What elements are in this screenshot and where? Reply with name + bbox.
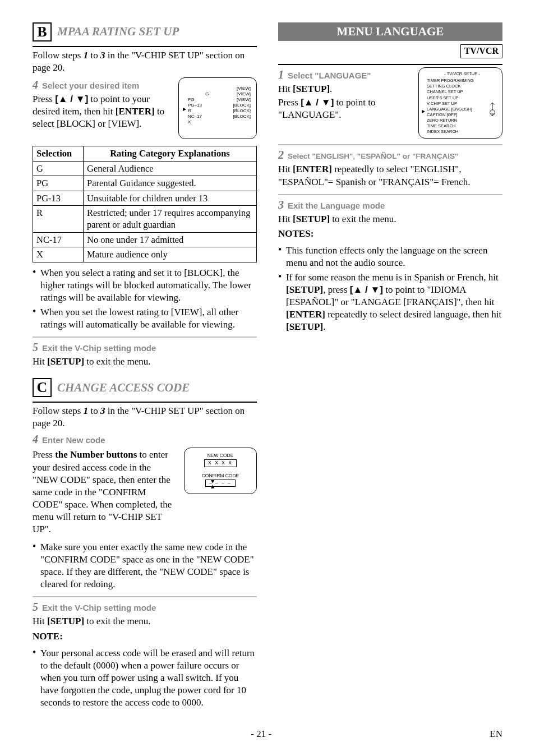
confirm-code-label: CONFIRM CODE — [190, 473, 251, 479]
text: Hit — [33, 616, 47, 626]
table-row: NC-17No one under 17 admitted — [33, 232, 257, 247]
step-5-label: 5 Exit the V-Chip setting mode — [33, 340, 257, 354]
step-number: 2 — [278, 147, 284, 162]
divider — [33, 46, 257, 47]
cell: PG — [33, 176, 84, 191]
osd-code-content: NEW CODE X X X X CONFIRM CODE ▾ – – – – … — [185, 448, 256, 493]
cell: No one under 17 admitted — [84, 232, 257, 247]
osd-menu-item: CHANNEL SET UP — [427, 89, 497, 95]
section-b-title: MPAA RATING SET UP — [57, 24, 179, 39]
osd-menu-item: SETTING CLOCK — [427, 84, 497, 89]
divider — [278, 144, 502, 145]
section-c-intro: Follow steps 1 to 3 in the "V-CHIP SET U… — [33, 405, 257, 430]
right-column: MENU LANGUAGE TV/VCR 1 Select "LANGUAGE"… — [278, 22, 502, 711]
cell: Parental Guidance suggested. — [84, 176, 257, 191]
new-code-label: NEW CODE — [190, 453, 251, 459]
setup-key: [SETUP] — [293, 214, 330, 224]
osd-menu-item: TIMER PROGRAMMING — [427, 78, 497, 84]
text: Press — [33, 94, 55, 104]
text: Follow steps — [33, 50, 84, 61]
osd-rating-box: ▶G PG PG–13 R NC–17 X [VIEW] [VIEW] [VIE… — [178, 77, 257, 139]
osd-rating-content: ▶G PG PG–13 R NC–17 X [VIEW] [VIEW] [VIE… — [179, 78, 256, 139]
text: to — [88, 50, 100, 61]
list-item: When you set the lowest rating to [VIEW]… — [33, 306, 257, 331]
divider — [33, 336, 257, 338]
notes-heading: NOTES: — [278, 228, 502, 240]
setup-key: [SETUP] — [47, 616, 84, 626]
step-caption: Select "ENGLISH", "ESPAÑOL" or "FRANÇAIS… — [288, 151, 458, 162]
col-explanation: Rating Category Explanations — [84, 146, 257, 161]
r-step-1-body-b: Press [▲ / ▼] to point to "LANGUAGE". — [278, 96, 411, 121]
bullet-list: Make sure you enter exactly the same new… — [33, 541, 257, 591]
divider — [278, 194, 502, 195]
tvvcr-badge: TV/VCR — [460, 44, 502, 58]
text: to exit the menu. — [84, 616, 151, 626]
osd-text: G PG PG–13 R NC–17 X — [188, 91, 209, 125]
table-header-row: Selection Rating Category Explanations — [33, 146, 257, 161]
text: to exit the menu. — [330, 214, 396, 224]
cell: G — [33, 161, 84, 176]
step-caption: Select your desired item — [42, 80, 139, 91]
step-4-row: 4 Select your desired item Press [▲ / ▼]… — [33, 77, 257, 139]
col-selection: Selection — [33, 146, 84, 161]
text: repeatedly to select desired language, t… — [325, 309, 501, 320]
page: B MPAA RATING SET UP Follow steps 1 to 3… — [33, 22, 502, 740]
osd-rating-left: ▶G PG PG–13 R NC–17 X — [188, 86, 209, 131]
osd-menu-title: - TV/VCR SETUP - — [427, 71, 497, 77]
cell: NC-17 — [33, 232, 84, 247]
r-step-1-row: 1 Select "LANGUAGE" Hit [SETUP]. Press [… — [278, 67, 502, 139]
bullet-list: When you select a rating and set it to [… — [33, 267, 257, 331]
cursor-icon: ▴ — [211, 482, 216, 490]
c-step-4-body: Press the Number buttons to enter your d… — [33, 449, 176, 536]
text: . — [323, 321, 325, 332]
step-caption: Select "LANGUAGE" — [288, 70, 371, 81]
osd-menu-item: INDEX SEARCH — [427, 129, 497, 135]
arrow-keys: [▲ / ▼] — [350, 284, 383, 295]
confirm-code-value: ▾ – – – – ▴ — [205, 480, 236, 487]
step-4-body: Press [▲ / ▼] to point to your desired i… — [33, 93, 170, 130]
list-item: Make sure you enter exactly the same new… — [33, 541, 257, 591]
enter-key: [ENTER] — [293, 164, 332, 174]
step-number: 5 — [33, 600, 38, 614]
text: to — [88, 405, 100, 416]
r-step-1-text: 1 Select "LANGUAGE" Hit [SETUP]. Press [… — [278, 67, 411, 122]
cell: Mature audience only — [84, 247, 257, 262]
page-number: - 21 - — [251, 728, 271, 740]
step-caption: Enter New code — [42, 435, 105, 446]
footer-code: EN — [490, 728, 502, 740]
c-step-4-text: Press the Number buttons to enter your d… — [33, 448, 176, 537]
osd-menu-item: ZERO RETURN — [427, 118, 497, 123]
cell: X — [33, 247, 84, 262]
list-item: This function effects only the language … — [278, 245, 502, 269]
osd-menu-item: TIME SEARCH — [427, 123, 497, 129]
enter-key: [ENTER] — [116, 106, 155, 117]
arrow-keys: [▲ / ▼] — [55, 94, 88, 104]
cell: General Audience — [84, 161, 257, 176]
step-5-body: Hit [SETUP] to exit the menu. — [33, 356, 257, 368]
menu-language-banner: MENU LANGUAGE — [278, 22, 502, 41]
text: Hit — [33, 356, 47, 367]
section-letter-b: B — [33, 22, 52, 42]
setup-key: [SETUP] — [293, 84, 330, 94]
step-number: 4 — [33, 77, 38, 92]
step-number: 4 — [33, 432, 38, 446]
step-4-text: 4 Select your desired item Press [▲ / ▼]… — [33, 77, 170, 131]
rating-table: Selection Rating Category Explanations G… — [33, 146, 257, 262]
text: to enter your desired access code in the… — [33, 449, 172, 534]
text: . — [330, 84, 332, 94]
text: Press — [278, 97, 301, 108]
note-heading: NOTE: — [33, 630, 257, 643]
left-column: B MPAA RATING SET UP Follow steps 1 to 3… — [33, 22, 257, 711]
step-ref: 1 — [84, 50, 89, 61]
two-columns: B MPAA RATING SET UP Follow steps 1 to 3… — [33, 22, 502, 711]
step-ref: 1 — [84, 405, 89, 416]
arrow-keys: [▲ / ▼] — [301, 97, 334, 108]
step-number: 3 — [278, 197, 284, 212]
setup-key: [SETUP] — [47, 356, 84, 367]
divider — [33, 596, 257, 597]
step-number: 1 — [278, 67, 284, 82]
section-letter-c: C — [33, 378, 52, 397]
cell: R — [33, 205, 84, 232]
setup-key: [SETUP] — [286, 284, 323, 295]
divider — [33, 402, 257, 403]
